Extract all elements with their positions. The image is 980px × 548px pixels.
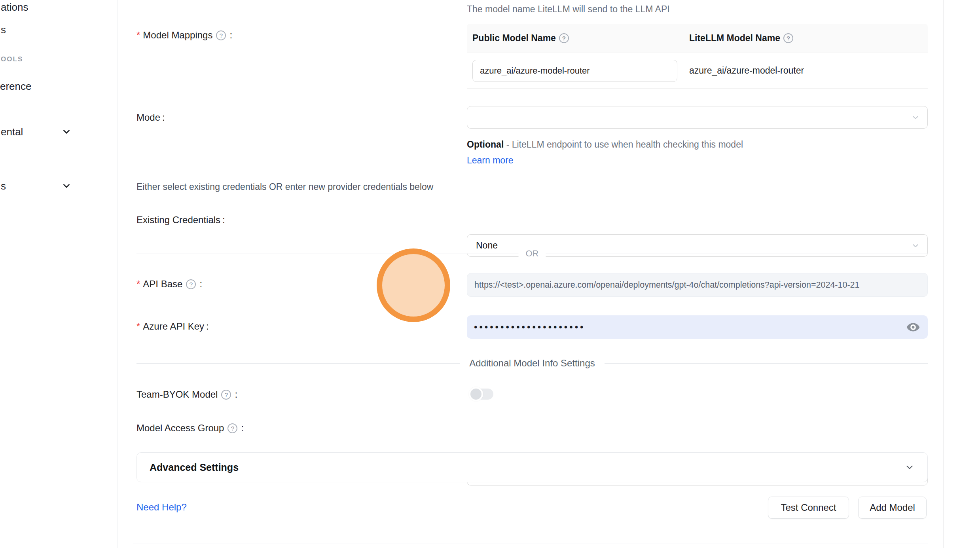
add-model-page: ations s TOOLS erence ental s The model … [0, 0, 980, 548]
additional-info-divider-text: Additional Model Info Settings [460, 358, 605, 369]
chevron-down-icon[interactable] [61, 181, 72, 191]
help-icon[interactable]: ? [559, 33, 569, 43]
sidebar-item-truncated-3[interactable]: erence [0, 80, 32, 93]
azure-api-key-label: * Azure API Key : [136, 321, 209, 332]
table-row: azure_ai/azure-model-router [467, 53, 928, 89]
help-icon[interactable]: ? [216, 30, 226, 40]
api-base-input[interactable] [467, 273, 928, 297]
team-byok-label: Team-BYOK Model ? : [136, 389, 237, 400]
model-access-group-label: Model Access Group ? : [136, 423, 244, 434]
toggle-knob [469, 387, 483, 401]
sidebar: ations s TOOLS erence ental s [0, 0, 118, 548]
need-help-link[interactable]: Need Help? [136, 502, 187, 513]
sidebar-section-tools: TOOLS [0, 55, 23, 63]
mode-label: Mode : [136, 112, 165, 123]
required-asterisk: * [136, 30, 140, 41]
column-header-litellm-model-name: LiteLLM Model Name ? [689, 33, 795, 44]
sidebar-item-truncated-4[interactable]: ental [1, 126, 23, 138]
sidebar-item-truncated-2[interactable]: s [1, 24, 6, 36]
existing-credentials-label: Existing Credentials : [136, 214, 225, 226]
column-header-public-model-name: Public Model Name ? [467, 33, 689, 44]
litellm-model-name-value: azure_ai/azure-model-router [689, 65, 804, 76]
required-asterisk: * [136, 321, 140, 332]
api-base-label: * API Base ? : [136, 279, 202, 290]
model-mappings-label: * Model Mappings ? : [136, 30, 232, 41]
masked-api-key: ••••••••••••••••••••• [474, 322, 906, 333]
advanced-settings-title: Advanced Settings [150, 462, 904, 473]
mode-helper-text: Optional - LiteLLM endpoint to use when … [467, 137, 764, 168]
mode-select[interactable] [467, 106, 928, 129]
sidebar-item-truncated-5[interactable]: s [1, 180, 6, 192]
help-icon[interactable]: ? [186, 279, 196, 289]
public-model-name-input[interactable] [472, 60, 677, 82]
sidebar-item-truncated-1[interactable]: ations [1, 1, 28, 13]
help-icon[interactable]: ? [221, 390, 231, 400]
azure-api-key-input[interactable]: ••••••••••••••••••••• [467, 315, 928, 339]
model-mappings-table: Public Model Name ? LiteLLM Model Name ?… [467, 24, 928, 89]
advanced-settings-panel[interactable]: Advanced Settings [136, 452, 928, 482]
help-icon[interactable]: ? [227, 423, 237, 433]
learn-more-link[interactable]: Learn more [467, 155, 514, 165]
model-name-hint: The model name LiteLLM will send to the … [467, 4, 670, 15]
test-connect-button[interactable]: Test Connect [768, 497, 849, 519]
chevron-down-icon[interactable] [61, 127, 72, 137]
help-icon[interactable]: ? [783, 33, 793, 43]
add-model-button[interactable]: Add Model [858, 497, 927, 519]
or-divider: OR [136, 247, 928, 260]
or-divider-text: OR [519, 247, 546, 260]
credentials-note: Either select existing credentials OR en… [136, 182, 433, 192]
table-header-row: Public Model Name ? LiteLLM Model Name ? [467, 24, 928, 53]
eye-icon[interactable] [906, 320, 921, 335]
add-model-form: The model name LiteLLM will send to the … [118, 0, 944, 548]
chevron-down-icon [904, 462, 915, 472]
chevron-down-icon [911, 113, 920, 122]
card-bottom-border [133, 544, 928, 544]
additional-info-divider: Additional Model Info Settings [136, 358, 928, 369]
required-asterisk: * [136, 279, 140, 290]
team-byok-toggle[interactable] [470, 389, 493, 400]
